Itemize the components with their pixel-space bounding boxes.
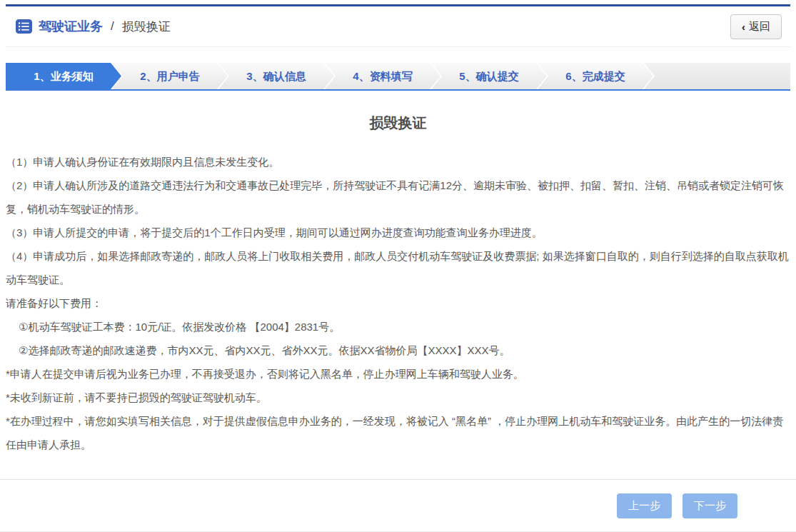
step-1-notice[interactable]: 1、业务须知	[6, 63, 121, 89]
step-2-declaration[interactable]: 2、用户申告	[112, 63, 228, 89]
step-3-confirm-info[interactable]: 3、确认信息	[218, 63, 334, 89]
notice-paragraph: （2）申请人确认所涉及的道路交通违法行为和交通事故已处理完毕，所持驾驶证不具有记…	[6, 174, 789, 221]
back-button-label: 返回	[749, 20, 770, 34]
next-step-button[interactable]: 下一步	[682, 493, 737, 518]
back-button[interactable]: ‹ 返回	[730, 14, 782, 39]
step-wizard: 1、业务须知 2、用户申告 3、确认信息 4、资料填写 5、确认提交 6、完成提…	[6, 63, 790, 89]
notice-warning: *申请人在提交申请后视为业务已办理，不再接受退办，否则将记入黑名单，停止办理网上…	[6, 362, 789, 386]
step-4-fill-data[interactable]: 4、资料填写	[325, 63, 440, 89]
notice-body: （1）申请人确认身份证在有效期限内且信息未发生变化。 （2）申请人确认所涉及的道…	[6, 150, 789, 456]
notice-paragraph: （4）申请成功后，如果选择邮政寄递的，邮政人员将上门收取相关费用，邮政人员交付机…	[6, 244, 789, 291]
step-bar-underline	[6, 89, 790, 91]
page-header: 驾驶证业务 / 损毁换证 ‹ 返回	[6, 4, 790, 47]
breadcrumb-separator: /	[111, 19, 114, 34]
step-bar-filler	[644, 63, 790, 89]
notice-paragraph: （1）申请人确认身份证在有效期限内且信息未发生变化。	[6, 150, 789, 174]
notice-warning: *在办理过程中，请您如实填写相关信息，对于提供虚假信息申办业务的，一经发现，将被…	[6, 409, 789, 456]
section-title: 驾驶证业务	[39, 18, 103, 35]
notice-paragraph: 请准备好以下费用：	[6, 291, 789, 315]
step-6-complete[interactable]: 6、完成提交	[538, 63, 653, 89]
footer-bar: 上一步 下一步	[0, 479, 796, 532]
notice-title: 损毁换证	[0, 114, 796, 133]
notice-paragraph: （3）申请人所提交的申请，将于提交后的1个工作日内受理，期间可以通过网办进度查询…	[6, 221, 789, 244]
notice-fee-item: ①机动车驾驶证工本费：10元/证。依据发改价格 【2004】2831号。	[6, 315, 789, 338]
chevron-left-icon: ‹	[742, 21, 745, 33]
page-title: 损毁换证	[122, 19, 171, 35]
list-icon	[16, 19, 32, 34]
prev-step-button[interactable]: 上一步	[617, 493, 672, 518]
notice-fee-item: ②选择邮政寄递的邮政速递费，市内XX元、省内XX元、省外XX元。依据XX省物价局…	[6, 338, 789, 362]
notice-warning: *未收到新证前，请不要持已损毁的驾驶证驾驶机动车。	[6, 386, 789, 409]
breadcrumb: 驾驶证业务 / 损毁换证	[16, 18, 171, 35]
step-5-confirm-submit[interactable]: 5、确认提交	[431, 63, 547, 89]
